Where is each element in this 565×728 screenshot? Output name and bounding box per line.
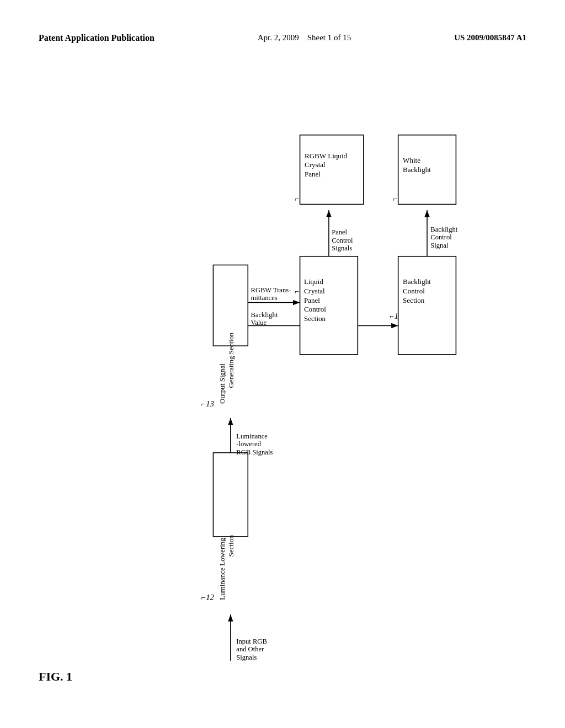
signal-panel-ctrl2: Control xyxy=(332,237,353,244)
block-12-label1: Luminance Lowering xyxy=(218,538,226,600)
sheet-info: Sheet 1 of 15 xyxy=(307,33,351,42)
figure-label: FIG. 1 xyxy=(39,670,72,684)
block-13-label2: Generating Section xyxy=(227,333,235,388)
page: Patent Application Publication Apr. 2, 2… xyxy=(0,0,565,728)
block-13-label1: Output Signal xyxy=(218,363,226,404)
patent-number: US 2009/0085847 A1 xyxy=(454,33,526,42)
block-16-rect xyxy=(398,256,456,355)
page-header: Patent Application Publication Apr. 2, 2… xyxy=(39,33,526,43)
block-14-label5: Section xyxy=(304,314,326,323)
signal-bl-value1: Backlight xyxy=(251,311,278,319)
publication-date: Apr. 2, 2009 xyxy=(258,33,299,42)
block-14-label3: Panel xyxy=(304,296,320,304)
block-16-label2: Control xyxy=(403,287,425,295)
signal-input-label2: and Other xyxy=(236,645,264,653)
signal-input-label3: Signals xyxy=(236,654,257,661)
diagram-container: text { font-family: 'Times New Roman', T… xyxy=(110,77,524,684)
ref-12: ⌐12 xyxy=(200,593,214,602)
block-14-label1: Liquid xyxy=(304,277,323,286)
signal-bl-value2: Value xyxy=(251,319,267,326)
signal-rgbw-trans2: mittances xyxy=(251,294,278,302)
signal-lum-label3: RGB Signals xyxy=(236,448,273,456)
block-14-label4: Control xyxy=(304,305,326,313)
block-16-label3: Section xyxy=(403,296,425,304)
block-15-label1: RGBW Liquid xyxy=(305,152,348,160)
block-12-rect xyxy=(213,453,248,537)
block-15-label2: Crystal xyxy=(305,160,326,169)
signal-lum-label2: -lowered xyxy=(236,440,261,448)
block-14-label2: Crystal xyxy=(304,287,325,295)
signal-input-label: Input RGB xyxy=(236,638,267,645)
signal-panel-ctrl1: Panel xyxy=(332,228,347,236)
block-16-label1: Backlight xyxy=(403,277,431,286)
ref-13: ⌐13 xyxy=(200,399,214,408)
signal-bl-ctrl2: Control xyxy=(430,233,452,241)
block-17-label2: Backlight xyxy=(403,165,431,174)
signal-rgbw-trans1: RGBW Trans- xyxy=(251,286,291,294)
header-center: Apr. 2, 2009 Sheet 1 of 15 xyxy=(258,33,351,42)
signal-bl-ctrl3: Signal xyxy=(430,242,449,249)
block-17-label1: White xyxy=(403,156,420,164)
signal-panel-ctrl3: Signals xyxy=(332,244,352,252)
block-diagram: text { font-family: 'Times New Roman', T… xyxy=(110,77,524,684)
publication-title: Patent Application Publication xyxy=(39,33,154,43)
signal-lum-label1: Luminance xyxy=(236,432,268,440)
block-12-label2: Section xyxy=(227,535,235,557)
block-15-label3: Panel xyxy=(305,170,321,178)
signal-bl-ctrl1: Backlight xyxy=(430,226,457,233)
